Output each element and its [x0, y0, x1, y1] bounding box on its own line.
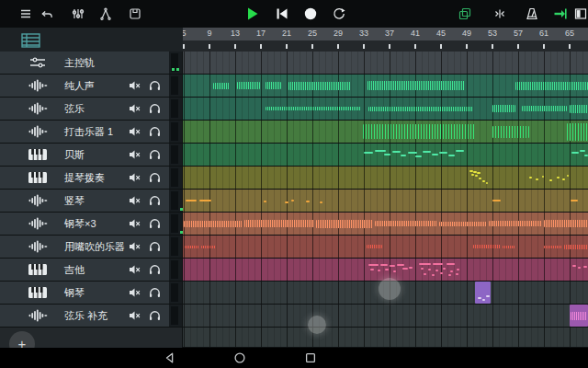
waveform-segment[interactable]: [201, 246, 216, 248]
waveform-segment[interactable]: [567, 123, 588, 141]
metronome-icon[interactable]: [525, 6, 539, 21]
follow-playhead-icon[interactable]: [553, 6, 568, 21]
save-icon[interactable]: [128, 6, 142, 21]
waveform-segment[interactable]: [544, 246, 562, 248]
waveform-segment[interactable]: [266, 107, 361, 110]
headphones-icon[interactable]: [149, 218, 161, 229]
timeline-row[interactable]: [183, 213, 588, 235]
waveform-segment[interactable]: [184, 221, 243, 227]
headphones-icon[interactable]: [149, 241, 161, 252]
timeline-row[interactable]: [183, 121, 588, 143]
ruler-tick-strip: [183, 40, 588, 52]
track-row[interactable]: 钢琴: [0, 282, 182, 304]
track-row[interactable]: 钢琴×3: [0, 213, 182, 235]
waveform-segment[interactable]: [213, 83, 230, 89]
track-row[interactable]: 纯人声: [0, 75, 182, 97]
waveform-segment[interactable]: [570, 105, 588, 113]
waveform-segment[interactable]: [439, 222, 487, 226]
mixer-icon[interactable]: [71, 6, 85, 21]
mute-icon[interactable]: [129, 195, 141, 206]
mute-icon[interactable]: [129, 80, 141, 91]
play-icon[interactable]: [245, 6, 260, 21]
waveform-segment[interactable]: [368, 81, 465, 90]
mute-icon[interactable]: [129, 310, 141, 321]
copy-icon[interactable]: [458, 6, 472, 21]
waveform-segment[interactable]: [237, 82, 260, 89]
waveform-segment[interactable]: [244, 220, 314, 227]
waveform-segment[interactable]: [489, 221, 542, 226]
mute-icon[interactable]: [129, 172, 141, 183]
timeline-row-master[interactable]: [183, 52, 588, 74]
track-row[interactable]: 吉他: [0, 259, 182, 281]
mute-icon[interactable]: [129, 218, 141, 229]
menu-icon[interactable]: [18, 6, 33, 21]
waveform-segment[interactable]: [522, 106, 567, 111]
mute-icon[interactable]: [129, 264, 141, 275]
timeline-ruler[interactable]: 5 9 13 17 21 25 29 33 37 41 45 49 53 57 …: [183, 28, 588, 40]
timeline-row-empty[interactable]: [183, 328, 588, 347]
side-panel-icon[interactable]: [573, 6, 588, 21]
record-icon[interactable]: [303, 6, 318, 21]
headphones-icon[interactable]: [149, 264, 161, 275]
mute-icon[interactable]: [129, 103, 141, 114]
waveform-segment[interactable]: [492, 105, 515, 112]
headphones-icon[interactable]: [149, 103, 161, 114]
waveform-segment[interactable]: [503, 246, 515, 248]
waveform-segment[interactable]: [367, 245, 382, 248]
timeline-row[interactable]: [183, 167, 588, 189]
midi-note: [285, 201, 288, 203]
waveform-segment[interactable]: [316, 220, 373, 228]
track-row[interactable]: 弦乐: [0, 98, 182, 120]
headphones-icon[interactable]: [149, 287, 161, 298]
back-icon[interactable]: [164, 351, 176, 364]
tracks-view-icon[interactable]: [21, 33, 41, 48]
snap-icon[interactable]: [492, 6, 507, 21]
track-meter: [169, 144, 182, 166]
waveform-segment[interactable]: [288, 82, 351, 90]
waveform-segment[interactable]: [368, 107, 473, 111]
waveform-segment[interactable]: [515, 82, 588, 90]
track-row[interactable]: 打击乐器 1: [0, 121, 182, 143]
waveform-segment[interactable]: [571, 312, 587, 320]
midi-note: [440, 272, 443, 274]
timeline-row[interactable]: [183, 75, 588, 97]
waveform-segment[interactable]: [185, 246, 199, 248]
waveform-segment[interactable]: [492, 126, 529, 138]
waveform-segment[interactable]: [473, 245, 501, 248]
track-row[interactable]: 提琴拨奏: [0, 167, 182, 189]
headphones-icon[interactable]: [149, 195, 161, 206]
timeline-row[interactable]: [183, 305, 588, 327]
recents-icon[interactable]: [304, 351, 317, 364]
headphones-icon[interactable]: [149, 149, 161, 160]
ruler-label: 25: [308, 29, 317, 38]
headphones-icon[interactable]: [149, 126, 161, 137]
loop-icon[interactable]: [332, 6, 346, 21]
mute-icon[interactable]: [129, 149, 141, 160]
waveform-segment[interactable]: [544, 220, 588, 227]
headphones-icon[interactable]: [149, 310, 161, 321]
timeline-row[interactable]: [183, 236, 588, 258]
track-row-master[interactable]: 主控轨: [0, 52, 182, 74]
spread-tool-icon[interactable]: [98, 6, 113, 21]
waveform-segment[interactable]: [564, 245, 588, 249]
headphones-icon[interactable]: [149, 172, 161, 183]
timeline-row[interactable]: [183, 144, 588, 166]
skip-to-start-icon[interactable]: [275, 6, 289, 21]
timeline-row[interactable]: [183, 98, 588, 120]
home-icon[interactable]: [233, 351, 246, 364]
track-row[interactable]: 弦乐 补充: [0, 305, 182, 327]
waveform-segment[interactable]: [363, 124, 475, 139]
mute-icon[interactable]: [129, 126, 141, 137]
track-row[interactable]: 用嘴吹的乐器: [0, 236, 182, 258]
track-row[interactable]: 竖琴: [0, 190, 182, 212]
mute-icon[interactable]: [129, 287, 141, 298]
undo-icon[interactable]: [40, 6, 54, 21]
mute-icon[interactable]: [129, 241, 141, 252]
timeline-row[interactable]: [183, 259, 588, 281]
headphones-icon[interactable]: [149, 80, 161, 91]
timeline-row[interactable]: [183, 190, 588, 212]
waveform-segment[interactable]: [266, 82, 281, 89]
waveform-segment[interactable]: [375, 221, 437, 226]
midi-note: [393, 270, 396, 272]
track-row[interactable]: 贝斯: [0, 144, 182, 166]
